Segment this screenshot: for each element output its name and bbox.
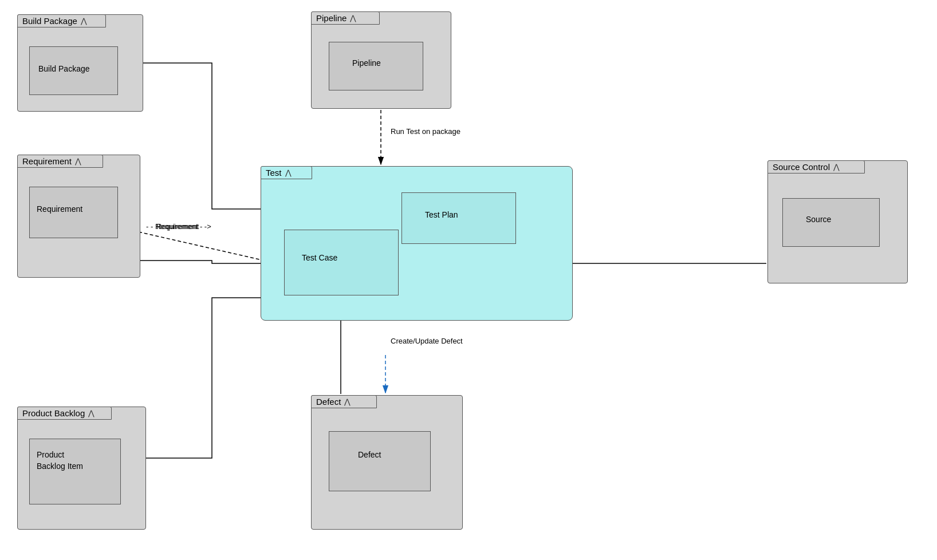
build-package-fold-icon: ⋀ <box>81 17 87 25</box>
requirement-inner: Requirement <box>29 187 118 238</box>
source-control-fold-icon: ⋀ <box>833 163 840 171</box>
test-plan-box: Test Plan <box>401 192 516 244</box>
requirement-dashed-label: - - Requirement - -> <box>146 222 211 231</box>
create-update-defect-label: Create/Update Defect <box>391 337 463 345</box>
requirement-header: Requirement ⋀ <box>17 155 103 168</box>
requirement-pkg: Requirement ⋀ Requirement <box>17 155 140 278</box>
test-plan-label: Test Plan <box>425 210 458 219</box>
product-backlog-pkg: Product Backlog ⋀ Product Backlog Item <box>17 407 146 530</box>
defect-inner: Defect <box>329 431 431 491</box>
requirement-inner-label: Requirement <box>37 204 82 214</box>
test-title: Test <box>266 168 282 178</box>
build-package-inner: Build Package <box>29 46 118 95</box>
source-control-inner: Source <box>782 198 880 247</box>
requirement-title: Requirement <box>22 156 72 166</box>
pipeline-pkg: Pipeline ⋀ Pipeline <box>311 11 451 109</box>
test-pkg: Test ⋀ Test Plan Test Case <box>261 166 573 321</box>
product-backlog-inner: Product Backlog Item <box>29 439 121 504</box>
source-control-title: Source Control <box>773 162 830 172</box>
defect-inner-label: Defect <box>358 450 381 459</box>
requirement-fold-icon: ⋀ <box>75 157 81 165</box>
build-package-inner-label: Build Package <box>38 64 90 73</box>
diagram-canvas: Build Package ⋀ Build Package Requiremen… <box>0 0 937 560</box>
defect-pkg: Defect ⋀ Defect <box>311 395 463 530</box>
test-case-box: Test Case <box>284 230 399 295</box>
test-fold-icon: ⋀ <box>285 168 292 177</box>
pipeline-fold-icon: ⋀ <box>350 14 356 22</box>
source-control-header: Source Control ⋀ <box>767 160 865 173</box>
build-package-title: Build Package <box>22 16 77 26</box>
test-header: Test ⋀ <box>261 166 312 179</box>
defect-fold-icon: ⋀ <box>344 397 351 406</box>
defect-title: Defect <box>316 397 341 407</box>
source-control-pkg: Source Control ⋀ Source <box>767 160 908 283</box>
build-package-pkg: Build Package ⋀ Build Package <box>17 14 143 112</box>
product-backlog-header: Product Backlog ⋀ <box>17 407 112 420</box>
pipeline-title: Pipeline <box>316 13 347 23</box>
pipeline-inner: Pipeline <box>329 42 423 90</box>
pipeline-header: Pipeline ⋀ <box>311 11 380 25</box>
product-backlog-fold-icon: ⋀ <box>88 409 95 417</box>
build-package-header: Build Package ⋀ <box>17 14 106 27</box>
product-backlog-title: Product Backlog <box>22 408 85 418</box>
pipeline-inner-label: Pipeline <box>352 58 381 68</box>
source-inner-label: Source <box>806 215 831 224</box>
product-backlog-inner-label: Product Backlog Item <box>37 449 83 472</box>
run-test-label: Run Test on package <box>391 127 460 136</box>
defect-header: Defect ⋀ <box>311 395 377 408</box>
test-case-label: Test Case <box>302 253 337 262</box>
